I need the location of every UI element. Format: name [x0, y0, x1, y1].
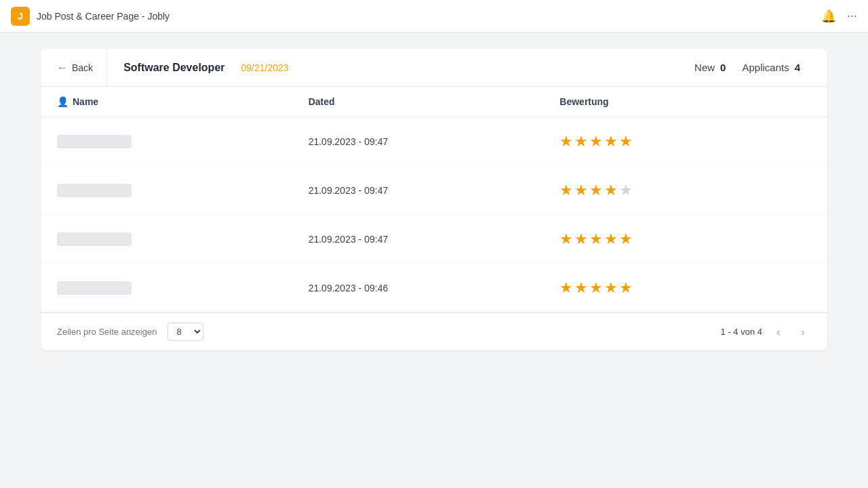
rows-per-page-select[interactable]: 8 16 24 32 [167, 323, 203, 341]
star-3: ★ [589, 230, 603, 248]
date-cell: 21.09.2023 - 09:47 [309, 185, 560, 196]
rows-per-page-label: Zeilen pro Seite anzeigen [57, 327, 157, 337]
rating-cell: ★ ★ ★ ★ ★ [559, 133, 811, 150]
applicants-card: ← Back Software Developer 09/21/2023 New… [41, 49, 827, 350]
star-1: ★ [559, 182, 573, 199]
more-options-icon[interactable]: ··· [847, 9, 857, 23]
notification-icon[interactable]: 🔔 [821, 9, 836, 24]
star-2: ★ [574, 279, 588, 297]
date-cell: 21.09.2023 - 09:47 [309, 234, 560, 245]
date-cell: 21.09.2023 - 09:47 [309, 136, 560, 147]
star-3: ★ [589, 279, 603, 297]
star-5: ★ [619, 133, 633, 150]
back-arrow-icon: ← [57, 62, 68, 74]
job-title: Software Developer [107, 62, 241, 74]
name-placeholder [57, 184, 132, 197]
star-1: ★ [559, 133, 573, 150]
new-count: 0 [720, 62, 726, 73]
pagination-text: 1 - 4 von 4 [721, 327, 762, 337]
star-4: ★ [604, 230, 618, 248]
new-label: New [694, 62, 715, 73]
topbar-icons: 🔔 ··· [821, 9, 857, 24]
table-row[interactable]: 21.09.2023 - 09:47 ★ ★ ★ ★ ★ [41, 166, 827, 215]
star-5: ★ [619, 230, 633, 248]
star-2: ★ [574, 230, 588, 248]
star-1: ★ [559, 230, 573, 248]
star-1: ★ [559, 279, 573, 297]
star-2: ★ [574, 182, 588, 199]
star-3: ★ [589, 133, 603, 150]
date-cell: 21.09.2023 - 09:46 [309, 283, 560, 293]
job-date: 09/21/2023 [241, 62, 289, 73]
header-stats: New 0 Applicants 4 [694, 62, 811, 73]
star-5-empty: ★ [619, 182, 633, 199]
prev-page-button[interactable]: ‹ [770, 324, 787, 340]
applicants-count: 4 [795, 62, 800, 73]
app-title: Job Post & Career Page - Jobly [37, 11, 170, 22]
name-placeholder [57, 135, 132, 148]
table-row[interactable]: 21.09.2023 - 09:47 ★ ★ ★ ★ ★ [41, 215, 827, 264]
col-header-bewertung: Bewertung [559, 96, 811, 107]
star-3: ★ [589, 182, 603, 199]
applicants-label: Applicants [742, 62, 789, 73]
col-header-dated: Dated [309, 96, 560, 107]
next-page-button[interactable]: › [795, 324, 811, 340]
pagination: 1 - 4 von 4 ‹ › [721, 324, 811, 340]
star-5: ★ [619, 279, 633, 297]
name-placeholder [57, 232, 132, 246]
table-row[interactable]: 21.09.2023 - 09:47 ★ ★ ★ ★ ★ [41, 117, 827, 166]
topbar: J Job Post & Career Page - Jobly 🔔 ··· [0, 0, 868, 33]
rating-cell: ★ ★ ★ ★ ★ [559, 230, 811, 248]
star-4: ★ [604, 133, 618, 150]
table-row[interactable]: 21.09.2023 - 09:46 ★ ★ ★ ★ ★ [41, 264, 827, 312]
col-header-name: 👤 Name [57, 96, 309, 107]
app-logo: J [11, 7, 30, 26]
person-icon: 👤 [57, 96, 68, 107]
name-placeholder [57, 281, 132, 295]
rating-cell: ★ ★ ★ ★ ★ [559, 279, 811, 297]
card-footer: Zeilen pro Seite anzeigen 8 16 24 32 1 -… [41, 312, 827, 350]
star-2: ★ [574, 133, 588, 150]
star-4: ★ [604, 182, 618, 199]
star-4: ★ [604, 279, 618, 297]
back-label: Back [72, 62, 93, 73]
rating-cell: ★ ★ ★ ★ ★ [559, 182, 811, 199]
table-header: 👤 Name Dated Bewertung [41, 87, 827, 117]
back-button[interactable]: ← Back [57, 49, 107, 86]
card-header: ← Back Software Developer 09/21/2023 New… [41, 49, 827, 87]
main-content: ← Back Software Developer 09/21/2023 New… [0, 33, 868, 367]
